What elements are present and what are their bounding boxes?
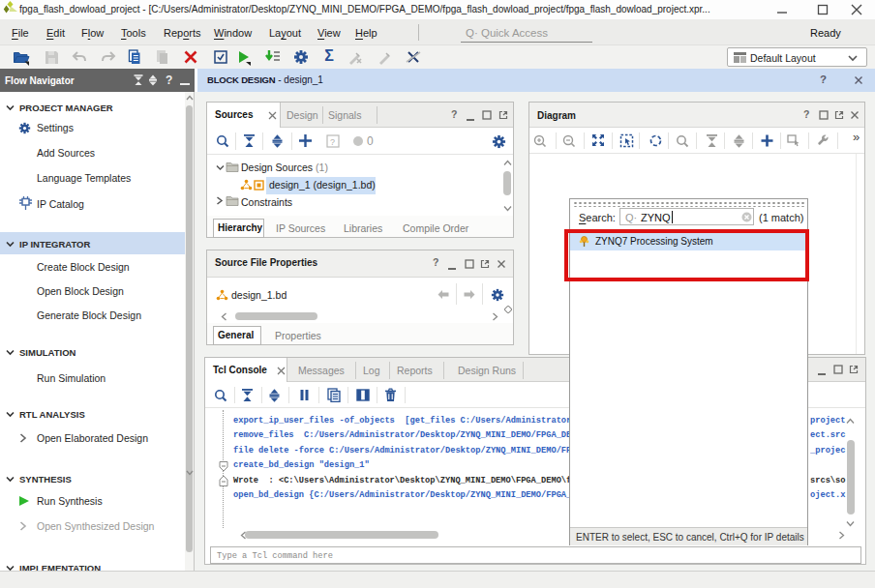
svg-text:?: ? xyxy=(330,137,335,147)
